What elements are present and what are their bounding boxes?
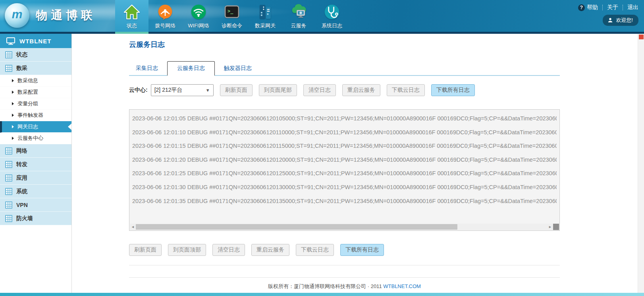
header-links: ? 帮助 关于 退出: [578, 4, 638, 11]
footer: 版权所有：厦门物通博联网络科技有限公司 · 2011 WTBLNET.COM: [129, 277, 560, 290]
sidebar-subitem-variable-group[interactable]: 变量分组: [0, 98, 71, 110]
caret-right-icon: [12, 91, 14, 94]
download-all-logs-button-bottom[interactable]: 下载所有日志: [340, 244, 384, 256]
welcome-text: 欢迎您!: [616, 17, 633, 24]
content-divider: [129, 265, 560, 265]
sidebar: WTBLNET 状态 数采 数采信息 数采配置 变量分组 事件触发器 网关日志 …: [0, 34, 72, 293]
nav-item-cloud-service[interactable]: 云服务: [282, 0, 315, 34]
restart-cloud-service-button[interactable]: 重启云服务: [342, 84, 380, 96]
sidebar-item-firewall[interactable]: 防火墙: [0, 212, 71, 225]
grid-icon: [5, 161, 12, 168]
about-link[interactable]: 关于: [607, 4, 618, 11]
log-line: 2023-06-06 12:01:25 DEBUG ##0171QN=20230…: [132, 166, 557, 180]
log-line: 2023-06-06 12:01:35 DEBUG ##0171QN=20230…: [132, 194, 557, 208]
sidebar-item-label: 数采: [16, 65, 27, 72]
tab-trigger-log[interactable]: 触发器日志: [217, 62, 258, 75]
welcome-badge[interactable]: 欢迎您!: [603, 15, 638, 26]
log-toolbar: 云中心: [2] 212平台 ▼ 刷新页面 到页面尾部 清空日志 重启云服务 下…: [129, 84, 560, 96]
device-name: WTBLNET: [19, 38, 51, 44]
sidebar-item-network[interactable]: 网络: [0, 144, 71, 158]
to-page-top-button[interactable]: 到页面顶部: [168, 244, 206, 256]
sidebar-item-vpn[interactable]: VPN: [0, 198, 71, 212]
cloud-center-select[interactable]: [2] 212平台 ▼: [151, 84, 214, 96]
scrollbar-thumb[interactable]: [136, 224, 457, 230]
sidebar-subitem-label: 数采配置: [17, 89, 38, 96]
logout-link[interactable]: 退出: [627, 4, 638, 11]
restart-cloud-service-button-bottom[interactable]: 重启云服务: [251, 244, 289, 256]
caret-right-icon: [12, 137, 14, 140]
sidebar-subitem-data-config[interactable]: 数采配置: [0, 87, 71, 98]
refresh-page-button[interactable]: 刷新页面: [220, 84, 253, 96]
nav-label: 状态: [127, 22, 137, 29]
page-bottom-bar: [0, 293, 644, 296]
separator: [602, 5, 603, 10]
select-value: [2] 212平台: [154, 87, 183, 94]
sidebar-item-data-collection[interactable]: 数采: [0, 62, 71, 75]
grid-icon: [5, 188, 12, 195]
antenna-icon: [156, 3, 174, 21]
user-icon: [607, 17, 613, 23]
sidebar-subitem-label: 网关日志: [17, 123, 38, 130]
grid-icon: [5, 174, 12, 182]
cloud-monitor-icon: [289, 3, 308, 21]
sidebar-subitem-label: 变量分组: [17, 100, 38, 107]
sidebar-item-system[interactable]: 系统: [0, 185, 71, 198]
scroll-left-arrow-icon[interactable]: ◄: [130, 224, 136, 230]
grid-icon: [5, 147, 12, 155]
sidebar-item-label: 系统: [16, 188, 27, 195]
sidebar-item-application[interactable]: 应用: [0, 171, 71, 185]
scrollbar-marker: [639, 35, 644, 39]
monitor-icon: [6, 37, 15, 45]
copyright-text: 版权所有：厦门物通博联网络科技有限公司 · 2011: [268, 283, 382, 289]
server-gateway-icon: [256, 3, 274, 21]
download-cloud-log-button-bottom[interactable]: 下载云日志: [296, 244, 334, 256]
clear-log-button-bottom[interactable]: 清空日志: [212, 244, 245, 256]
nav-item-wifi-network[interactable]: WIFI网络: [182, 0, 215, 34]
grid-icon: [5, 215, 12, 222]
log-tabs: 采集日志 云服务日志 触发器日志: [129, 61, 560, 76]
refresh-page-button-bottom[interactable]: 刷新页面: [129, 244, 162, 256]
nav-item-dial-network[interactable]: 拨号网络: [148, 0, 182, 34]
sidebar-device-header: WTBLNET: [0, 34, 71, 48]
site-link[interactable]: WTBLNET.COM: [383, 283, 421, 289]
wifi-icon: [189, 3, 208, 21]
page-scrollbar[interactable]: [638, 34, 644, 293]
brand-name: 物通博联: [36, 8, 96, 23]
log-viewer[interactable]: 2023-06-06 12:01:05 DEBUG ##0171QN=20230…: [129, 109, 560, 231]
download-cloud-log-button[interactable]: 下载云日志: [387, 84, 425, 96]
sidebar-subitem-gateway-log[interactable]: 网关日志: [0, 121, 71, 133]
horizontal-scrollbar[interactable]: ◄ ►: [130, 224, 559, 230]
sidebar-subitem-cloud-center[interactable]: 云服务中心: [0, 133, 71, 144]
tab-collect-log[interactable]: 采集日志: [129, 62, 165, 75]
separator: [623, 5, 623, 10]
nav-item-system-log[interactable]: 系统日志: [315, 0, 349, 34]
nav-item-gateway[interactable]: 数采网关: [249, 0, 282, 34]
to-page-bottom-button[interactable]: 到页面尾部: [259, 84, 297, 96]
sidebar-subitem-label: 云服务中心: [17, 135, 43, 142]
grid-icon: [5, 201, 12, 209]
help-link[interactable]: 帮助: [587, 4, 598, 11]
nav-label: 诊断命令: [222, 22, 242, 29]
sidebar-subitem-event-trigger[interactable]: 事件触发器: [0, 110, 71, 121]
top-header: m 物通博联 状态 拨号网络 WIFI网络 >_ 诊断命令: [0, 0, 644, 34]
main-area: 云服务日志 采集日志 云服务日志 触发器日志 云中心: [2] 212平台 ▼ …: [72, 34, 637, 293]
nav-item-status[interactable]: 状态: [115, 0, 148, 34]
sidebar-item-forwarding[interactable]: 转发: [0, 158, 71, 171]
caret-right-icon: [12, 102, 14, 105]
clear-log-button[interactable]: 清空日志: [303, 84, 336, 96]
nav-item-diagnostics[interactable]: >_ 诊断命令: [215, 0, 249, 34]
help-icon: ?: [578, 4, 585, 11]
sidebar-item-status[interactable]: 状态: [0, 48, 71, 62]
download-all-logs-button[interactable]: 下载所有日志: [431, 84, 475, 96]
tab-cloud-log[interactable]: 云服务日志: [167, 61, 215, 76]
scroll-right-arrow-icon[interactable]: ►: [547, 224, 553, 230]
brand-logo-icon: m: [5, 3, 29, 28]
terminal-icon: >_: [223, 3, 241, 21]
top-nav: 状态 拨号网络 WIFI网络 >_ 诊断命令 数采网关: [115, 0, 349, 34]
caret-right-icon: [12, 125, 14, 128]
header-bottom-strip: [0, 32, 644, 34]
sidebar-item-label: 应用: [16, 174, 27, 182]
nav-label: 云服务: [291, 22, 307, 29]
page-title: 云服务日志: [129, 40, 560, 49]
sidebar-subitem-data-info[interactable]: 数采信息: [0, 75, 71, 87]
